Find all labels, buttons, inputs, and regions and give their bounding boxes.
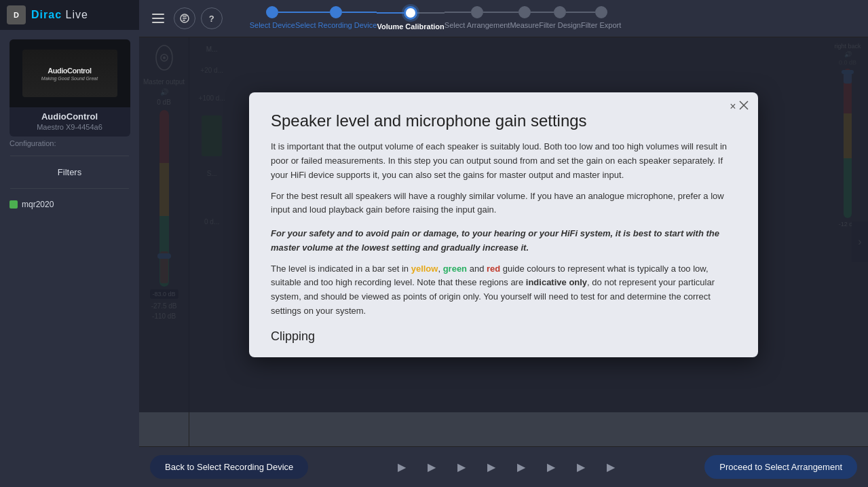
step-dot-5[interactable]	[554, 6, 566, 18]
step-line-right-3	[483, 12, 510, 13]
step-line-right-2	[417, 12, 445, 14]
play-button-4[interactable]: ▶	[509, 455, 533, 480]
profile-status-dot	[10, 200, 18, 209]
modal-overlay: × Speaker level and microphone gain sett…	[139, 37, 868, 412]
sidebar: D Dirac Live AudioControl Making Good So…	[0, 0, 139, 487]
logo-area: D Dirac Live	[0, 0, 139, 30]
topbar: ? Select DeviceSelect Recording DeviceVo…	[139, 0, 868, 37]
config-label: Configuration:	[0, 137, 139, 149]
step-line-left-5	[539, 12, 554, 13]
step-dot-3[interactable]	[471, 6, 483, 18]
step-label-5: Filter Design	[539, 21, 581, 29]
step-dot-4[interactable]	[518, 6, 531, 18]
steps-container: Select DeviceSelect Recording DeviceVolu…	[229, 6, 857, 31]
step-line-right-1	[342, 12, 377, 13]
content-area: Master output 🔊 0 dB -83.0 dB -27.5 dB -…	[139, 37, 868, 446]
svg-rect-2	[152, 22, 164, 23]
play-button-5[interactable]: ▶	[539, 455, 563, 480]
question-mark-icon: ?	[209, 14, 214, 24]
sidebar-divider	[10, 156, 128, 156]
filters-button[interactable]: Filters	[0, 163, 139, 181]
collapse-button[interactable]	[150, 9, 167, 28]
play-button-1[interactable]: ▶	[419, 455, 444, 480]
play-button-7[interactable]: ▶	[599, 455, 623, 480]
sidebar-divider-2	[10, 188, 128, 189]
modal-body: It is important that the output volume o…	[271, 140, 736, 344]
menu-icon-button[interactable]	[174, 7, 195, 29]
step-dot-2[interactable]	[404, 6, 417, 20]
step-dot-1[interactable]	[330, 6, 342, 18]
play-buttons-row: ▶▶▶▶▶▶▶▶	[308, 455, 704, 480]
play-button-6[interactable]: ▶	[569, 455, 593, 480]
profile-name: mqr2020	[22, 200, 54, 209]
device-name: AudioControl	[41, 107, 98, 123]
expand-icon	[739, 101, 749, 110]
topbar-icons: ?	[174, 7, 223, 29]
clipping-title: Clipping	[271, 329, 736, 344]
step-line-right-5	[566, 12, 581, 13]
step-5: Filter Design	[539, 6, 581, 29]
step-line-left-4	[510, 12, 518, 13]
dirac-logo-icon: D	[7, 5, 26, 24]
step-line-left-1	[295, 12, 330, 13]
step-1: Select Recording Device	[295, 6, 377, 29]
step-dot-0[interactable]	[266, 6, 278, 18]
step-label-3: Select Arrangement	[445, 21, 510, 29]
step-6: Filter Export	[581, 6, 621, 29]
close-icon: ×	[730, 101, 736, 112]
svg-rect-4	[183, 16, 187, 17]
play-button-3[interactable]: ▶	[479, 455, 504, 480]
step-line-right-4	[531, 12, 539, 13]
svg-rect-6	[183, 20, 185, 21]
svg-rect-1	[152, 18, 164, 19]
step-3: Select Arrangement	[445, 6, 510, 29]
next-button[interactable]: Proceed to Select Arrangement	[704, 455, 857, 479]
step-label-4: Measure	[510, 21, 539, 29]
device-thumbnail: AudioControl Making Good Sound Great	[10, 39, 130, 107]
app-title: Dirac Live	[31, 9, 88, 21]
step-dot-6[interactable]	[595, 6, 607, 18]
main-content: ? Select DeviceSelect Recording DeviceVo…	[139, 0, 868, 487]
step-line-right-0	[278, 12, 295, 13]
profile-row: mqr2020	[0, 196, 139, 213]
svg-rect-5	[183, 18, 187, 19]
modal-box: × Speaker level and microphone gain sett…	[249, 92, 758, 357]
help-icon-button[interactable]: ?	[201, 7, 223, 29]
step-line-left-2	[377, 12, 404, 14]
modal-title: Speaker level and microphone gain settin…	[271, 111, 736, 130]
modal-paragraph-1: It is important that the output volume o…	[271, 140, 736, 182]
bottom-bar: Back to Select Recording Device ▶▶▶▶▶▶▶▶…	[139, 446, 868, 487]
back-button[interactable]: Back to Select Recording Device	[150, 455, 308, 479]
step-label-6: Filter Export	[581, 21, 621, 29]
audiocontrol-logo: AudioControl	[41, 67, 98, 75]
step-label-2: Volume Calibration	[377, 22, 444, 31]
svg-rect-0	[152, 14, 164, 15]
modal-warning: For your safety and to avoid pain or dam…	[271, 227, 736, 255]
step-line-left-3	[445, 12, 471, 13]
step-line-left-6	[581, 12, 595, 13]
step-label-1: Select Recording Device	[295, 21, 377, 29]
step-2: Volume Calibration	[377, 6, 444, 31]
step-4: Measure	[510, 6, 539, 29]
step-0: Select Device	[250, 6, 295, 29]
modal-close-button[interactable]: ×	[730, 101, 749, 113]
play-button-0[interactable]: ▶	[390, 455, 414, 480]
device-model: Maestro X9-4454a6	[37, 123, 102, 137]
audiocontrol-sub: Making Good Sound Great	[41, 76, 98, 81]
step-label-0: Select Device	[250, 21, 295, 29]
modal-paragraph-2: For the best result all speakers will ha…	[271, 190, 736, 218]
device-card: AudioControl Making Good Sound Great Aud…	[10, 39, 130, 137]
play-button-2[interactable]: ▶	[449, 455, 474, 480]
modal-paragraph-3: The level is indicated in a bar set in y…	[271, 262, 736, 319]
